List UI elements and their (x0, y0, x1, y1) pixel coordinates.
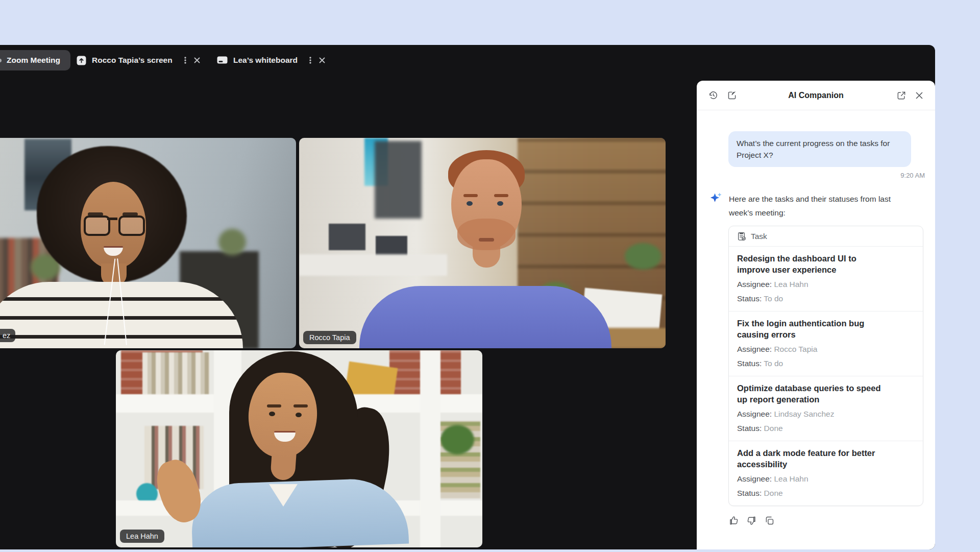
thumbs-down-icon[interactable] (746, 515, 757, 526)
chat-area: What’s the current progress on the tasks… (728, 110, 925, 549)
tab-whiteboard-close-icon[interactable] (318, 57, 326, 64)
tab-zoom-meeting-label: Zoom Meeting (7, 56, 60, 65)
video-tile-participant-1[interactable]: ez (0, 138, 296, 348)
video-tile-lea-hahn[interactable]: Lea Hahn (116, 350, 482, 547)
tab-whiteboard[interactable]: Lea’s whiteboard (217, 48, 326, 73)
panel-title: AI Companion (738, 91, 894, 100)
user-message-bubble: What’s the current progress on the tasks… (728, 131, 911, 167)
tab-zoom-meeting[interactable]: Zoom Meeting (0, 50, 70, 70)
tab-whiteboard-menu-icon[interactable] (307, 56, 314, 65)
video-tile-rocco-tapia[interactable]: Rocco Tapia (299, 138, 666, 348)
tab-whiteboard-label: Lea’s whiteboard (233, 56, 298, 65)
glasses (84, 215, 143, 233)
tab-screen-share-close-icon[interactable] (193, 57, 201, 64)
ai-companion-sparkle-icon (709, 191, 723, 220)
tab-screen-share-label: Rocco Tapia’s screen (92, 56, 173, 65)
copy-icon[interactable] (764, 515, 775, 526)
task-item: Fix the login authentication bugcausing … (729, 311, 923, 376)
task-clipboard-icon (737, 231, 746, 241)
task-assignee: Lea Hahn (774, 280, 808, 289)
whiteboard-icon (217, 56, 228, 65)
message-timestamp: 9:20 AM (728, 172, 925, 179)
task-status: To do (764, 359, 783, 368)
task-card: Task Redesign the dashboard UI toimprove… (728, 226, 923, 506)
tab-active-indicator-dot (0, 59, 2, 62)
participant-name-tag: Lea Hahn (120, 530, 164, 543)
participant-name-tag: ez (0, 329, 15, 342)
screen-share-icon (77, 56, 86, 65)
task-status: Done (764, 424, 783, 433)
person-blue-shirt (359, 286, 611, 348)
new-chat-icon[interactable] (727, 90, 738, 101)
ai-companion-panel: AI Companion What’s the current progress… (697, 81, 935, 549)
response-feedback-bar (728, 515, 925, 526)
history-icon[interactable] (708, 90, 719, 101)
thumbs-up-icon[interactable] (728, 515, 739, 526)
ai-companion-header: AI Companion (697, 81, 935, 110)
task-assignee: Rocco Tapia (774, 345, 817, 353)
task-assignee: Lea Hahn (774, 474, 808, 483)
tab-screen-share-menu-icon[interactable] (182, 56, 189, 65)
tab-bar: Zoom Meeting Rocco Tapia’s screen Lea’s … (0, 48, 935, 74)
task-item: Redesign the dashboard UI toimprove user… (729, 247, 923, 311)
tab-screen-share[interactable]: Rocco Tapia’s screen (77, 48, 201, 73)
close-icon[interactable] (915, 91, 924, 100)
ai-response-text: Here are the tasks and their statuses fr… (729, 191, 905, 220)
task-status: To do (764, 294, 783, 303)
pop-out-icon[interactable] (896, 90, 906, 101)
task-assignee: Lindsay Sanchez (774, 410, 834, 418)
task-card-title: Task (751, 232, 767, 241)
zoom-meeting-window: Zoom Meeting Rocco Tapia’s screen Lea’s … (0, 45, 935, 549)
task-item: Add a dark mode feature for betteraccess… (729, 441, 923, 506)
task-item: Optimize database queries to speedup rep… (729, 376, 923, 441)
person-denim-shirt (190, 477, 409, 547)
participant-name-tag: Rocco Tapia (303, 331, 356, 344)
task-status: Done (764, 489, 783, 497)
